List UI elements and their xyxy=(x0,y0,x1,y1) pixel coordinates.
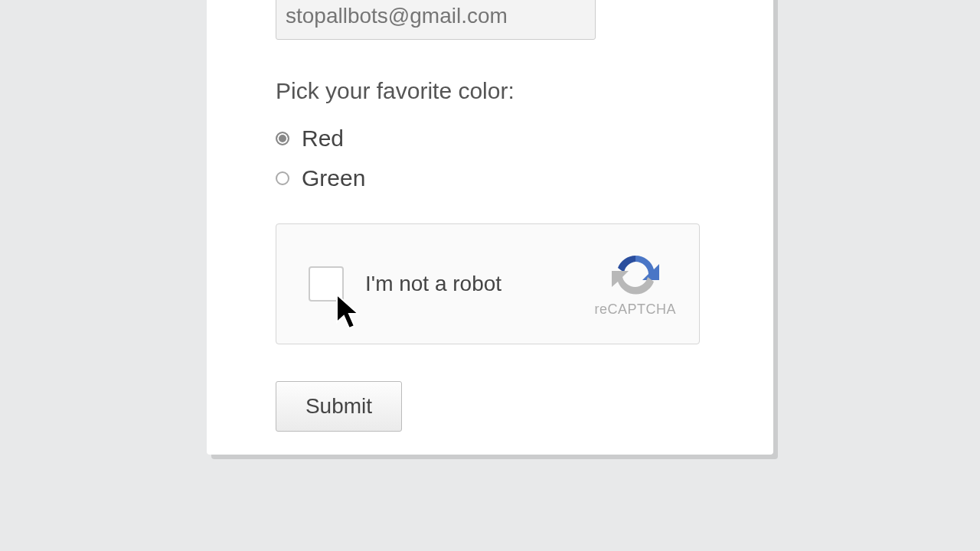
recaptcha-widget: I'm not a robot reCAPTCHA xyxy=(276,223,700,344)
recaptcha-brand-text: reCAPTCHA xyxy=(594,302,676,318)
recaptcha-label: I'm not a robot xyxy=(365,272,594,296)
radio-option-green[interactable]: Green xyxy=(276,165,704,191)
radio-option-red[interactable]: Red xyxy=(276,126,704,152)
email-input[interactable] xyxy=(276,0,596,40)
color-question-label: Pick your favorite color: xyxy=(276,78,704,104)
radio-label-green: Green xyxy=(302,165,365,191)
recaptcha-logo-block: reCAPTCHA xyxy=(594,251,676,318)
recaptcha-checkbox[interactable] xyxy=(309,266,344,302)
radio-label-red: Red xyxy=(302,126,344,152)
form-card: Pick your favorite color: Red Green I'm … xyxy=(207,0,773,455)
submit-button[interactable]: Submit xyxy=(276,381,402,432)
radio-green[interactable] xyxy=(276,171,289,185)
recaptcha-logo-icon xyxy=(609,251,662,298)
radio-red[interactable] xyxy=(276,132,289,145)
